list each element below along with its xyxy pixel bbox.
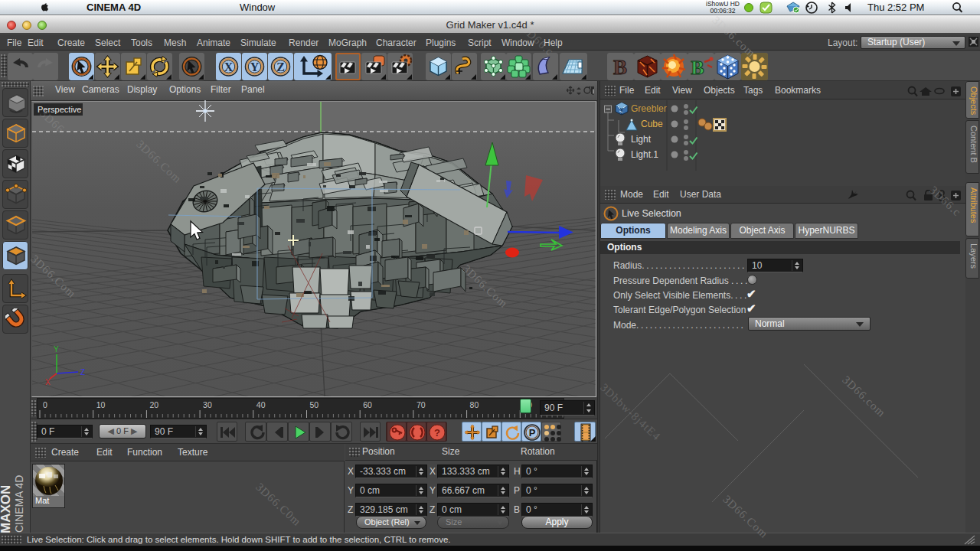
svg-text:Y: Y: [250, 60, 260, 73]
svg-text:?: ?: [434, 427, 440, 439]
svg-text:70: 70: [416, 400, 426, 409]
svg-text:B: B: [613, 56, 627, 79]
svg-text:20: 20: [149, 400, 158, 409]
svg-text:50: 50: [310, 400, 319, 409]
svg-text:B: B: [691, 57, 704, 79]
svg-text:P: P: [529, 427, 536, 439]
svg-text:10: 10: [96, 400, 106, 409]
svg-text:Cube: Cube: [641, 119, 663, 129]
svg-text:Light.1: Light.1: [631, 149, 658, 160]
svg-text:30: 30: [203, 400, 212, 409]
svg-text:Greebler: Greebler: [631, 103, 667, 114]
svg-text:60: 60: [363, 400, 372, 409]
svg-text:40: 40: [256, 400, 266, 409]
svg-text:0: 0: [43, 400, 47, 409]
svg-text:80: 80: [470, 400, 479, 409]
svg-text:Z: Z: [276, 60, 285, 73]
svg-text:Y: Y: [54, 345, 59, 354]
svg-text:X: X: [224, 60, 234, 73]
svg-text:Z: Z: [80, 368, 85, 377]
svg-text:X: X: [45, 378, 51, 386]
svg-text:Light: Light: [631, 134, 652, 145]
